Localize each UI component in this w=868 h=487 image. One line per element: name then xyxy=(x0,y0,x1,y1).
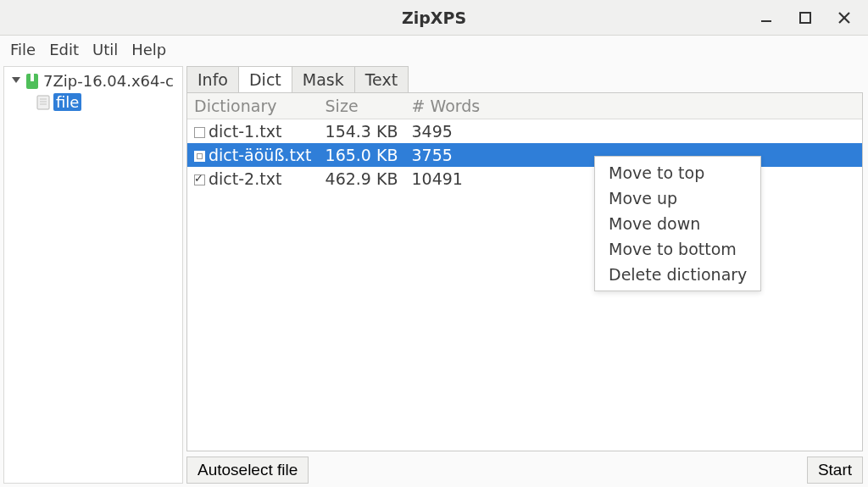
table-row[interactable]: dict-1.txt 154.3 KB 3495 xyxy=(187,119,862,144)
tab-text[interactable]: Text xyxy=(354,66,409,93)
menu-move-to-bottom[interactable]: Move to bottom xyxy=(595,236,760,262)
tree-item-file[interactable]: file xyxy=(6,91,181,113)
disclosure-triangle-icon[interactable] xyxy=(11,77,21,86)
menu-edit[interactable]: Edit xyxy=(42,37,86,62)
checkbox[interactable] xyxy=(194,151,205,162)
main-panel: Info Dict Mask Text Dictionary Size # Wo… xyxy=(185,63,868,487)
start-button[interactable]: Start xyxy=(807,457,863,484)
cell-name: dict-1.txt xyxy=(209,122,281,141)
sidebar-tree[interactable]: 7Zip-16.04.x64-c file xyxy=(3,66,183,484)
tree-item-label: file xyxy=(53,93,81,111)
svg-rect-6 xyxy=(31,74,34,81)
menu-file[interactable]: File xyxy=(3,37,42,62)
col-header-dictionary[interactable]: Dictionary xyxy=(187,93,319,119)
svg-marker-4 xyxy=(12,77,20,83)
col-header-words[interactable]: # Words xyxy=(405,93,863,119)
tab-info[interactable]: Info xyxy=(186,66,239,93)
tree-root[interactable]: 7Zip-16.04.x64-c xyxy=(6,70,181,91)
cell-words: 3495 xyxy=(405,119,863,144)
cell-name: dict-äöüß.txt xyxy=(209,146,312,164)
context-menu: Move to top Move up Move down Move to bo… xyxy=(594,156,761,291)
tab-dict[interactable]: Dict xyxy=(238,66,292,93)
cell-size: 462.9 KB xyxy=(319,167,405,191)
autoselect-file-button[interactable]: Autoselect file xyxy=(186,457,309,484)
window-title: ZipXPS xyxy=(402,8,466,27)
cell-size: 154.3 KB xyxy=(319,119,405,144)
menu-help[interactable]: Help xyxy=(125,37,173,62)
tree-root-label: 7Zip-16.04.x64-c xyxy=(43,72,174,90)
close-button[interactable] xyxy=(834,8,854,28)
tabstrip: Info Dict Mask Text xyxy=(186,66,863,93)
menu-util[interactable]: Util xyxy=(86,37,125,62)
svg-rect-1 xyxy=(800,13,810,23)
cell-size: 165.0 KB xyxy=(319,143,405,167)
cell-name: dict-2.txt xyxy=(209,169,281,188)
window-controls xyxy=(756,8,868,28)
checkbox[interactable] xyxy=(194,127,205,138)
titlebar: ZipXPS xyxy=(0,0,868,36)
menu-delete-dictionary[interactable]: Delete dictionary xyxy=(595,262,760,287)
menu-move-down[interactable]: Move down xyxy=(595,211,760,236)
menu-move-to-top[interactable]: Move to top xyxy=(595,160,760,185)
bottom-bar: Autoselect file Start xyxy=(186,451,863,484)
menubar: File Edit Util Help xyxy=(0,36,868,63)
checkbox[interactable] xyxy=(194,174,205,185)
minimize-button[interactable] xyxy=(756,8,776,28)
tab-mask[interactable]: Mask xyxy=(292,66,355,93)
svg-rect-7 xyxy=(37,96,49,109)
menu-move-up[interactable]: Move up xyxy=(595,185,760,211)
col-header-size[interactable]: Size xyxy=(319,93,405,119)
maximize-button[interactable] xyxy=(795,8,815,28)
dictionary-table-wrap: Dictionary Size # Words dict-1.txt 154.3… xyxy=(186,92,863,451)
document-icon xyxy=(36,95,50,110)
archive-icon xyxy=(25,73,40,90)
